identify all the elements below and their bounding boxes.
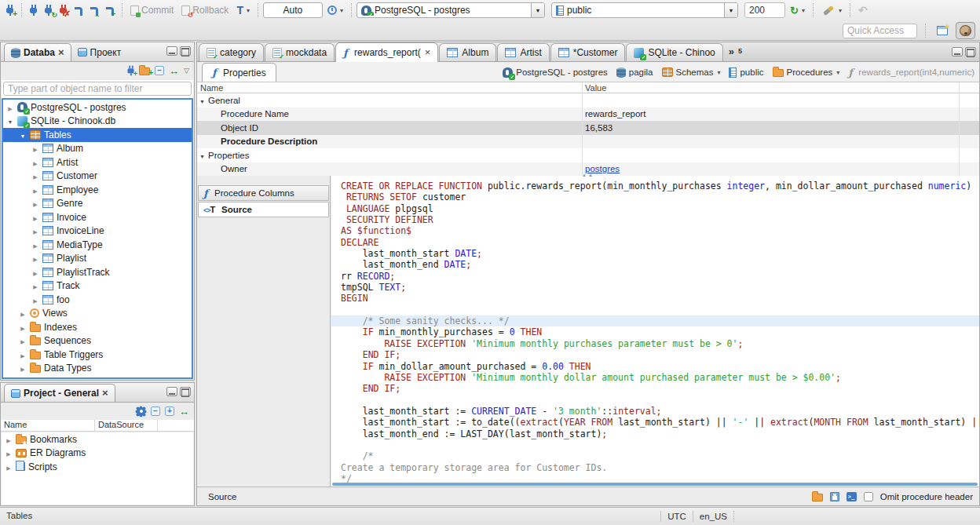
editor-tab-overflow[interactable]: »5 — [724, 43, 747, 61]
tree-item-sequences[interactable]: Sequences — [3, 334, 192, 348]
disconnect-button[interactable]: ✗ — [57, 2, 70, 19]
view-menu-icon[interactable]: ▽ — [184, 67, 189, 75]
active-schema-combo[interactable]: public ▼ — [551, 2, 738, 18]
collapse-arrow-icon[interactable] — [199, 151, 205, 160]
tree-item-invoice[interactable]: Invoice — [3, 210, 192, 224]
expand-arrow-icon[interactable] — [19, 335, 27, 346]
status-timezone[interactable]: UTC — [667, 512, 686, 521]
expand-arrow-icon[interactable] — [5, 434, 13, 445]
expand-arrow-icon[interactable] — [19, 349, 27, 360]
expand-arrow-icon[interactable] — [19, 322, 27, 333]
project-tree[interactable]: BookmarksER DiagramsScripts — [2, 432, 193, 505]
tree-item-invoiceline[interactable]: InvoiceLine — [3, 224, 192, 239]
tree-item-postgresql-postgres[interactable]: PostgreSQL - postgres — [3, 100, 192, 115]
navigator-tree[interactable]: PostgreSQL - postgresSQLite - Chinook.db… — [2, 98, 193, 379]
maximize-icon[interactable] — [180, 46, 191, 56]
tab-project-general[interactable]: Project - General — [4, 384, 115, 402]
active-connection-combo[interactable]: PostgreSQL - postgres ▼ — [357, 2, 545, 18]
tree-item-sqlite-chinook-db[interactable]: SQLite - Chinook.db — [3, 115, 192, 129]
breadcrumb-item-pagila[interactable]: pagila — [616, 67, 653, 78]
tree-item-mediatype[interactable]: MediaType — [3, 238, 192, 252]
breadcrumb-item-postgresql-postgres[interactable]: PostgreSQL - postgres — [503, 67, 608, 78]
tab-database-navigator[interactable]: Databa — [4, 43, 71, 61]
tab-properties[interactable]: Properties — [202, 63, 276, 82]
minimize-icon[interactable] — [166, 46, 177, 56]
sql-editor-button[interactable] — [71, 2, 86, 19]
tree-item-tables[interactable]: Tables — [3, 128, 192, 142]
expand-all-icon[interactable]: + — [165, 407, 174, 416]
expand-arrow-icon[interactable] — [31, 225, 39, 236]
fetch-size-input[interactable] — [744, 2, 785, 18]
nav-new-connection-icon[interactable]: + — [128, 66, 134, 76]
expand-arrow-icon[interactable] — [31, 157, 39, 168]
project-item-scripts[interactable]: Scripts — [2, 460, 193, 474]
expand-arrow-icon[interactable] — [31, 184, 39, 195]
expand-arrow-icon[interactable] — [31, 280, 39, 291]
tree-item-artist[interactable]: Artist — [3, 155, 192, 170]
link-with-editor-icon[interactable]: ↔ — [179, 406, 189, 417]
editor-tab-rewards-report[interactable]: rewards_report( — [335, 42, 438, 62]
commit-button[interactable]: Commit — [127, 2, 177, 19]
expand-arrow-icon[interactable] — [19, 129, 27, 140]
project-item-bookmarks[interactable]: Bookmarks — [2, 432, 193, 447]
breadcrumb-item-procedures[interactable]: Procedures — [773, 67, 840, 77]
tree-item-table-triggers[interactable]: Table Triggers — [3, 348, 192, 362]
editor-tab-category[interactable]: category — [199, 43, 264, 61]
minimize-icon[interactable] — [166, 387, 177, 396]
editor-tab-mockdata[interactable]: mockdata — [265, 43, 335, 61]
source-code-editor[interactable]: CREATE OR REPLACE FUNCTION public.reward… — [331, 176, 979, 487]
expand-arrow-icon[interactable] — [31, 170, 39, 181]
sash-handle[interactable]: ▲▲ — [576, 173, 600, 177]
tree-item-employee[interactable]: Employee — [3, 183, 192, 197]
editor-tab-sqlite-chinoo[interactable]: SQLite - Chinoo — [626, 43, 722, 61]
breadcrumb-item-public[interactable]: public — [729, 67, 763, 78]
nav-new-folder-icon[interactable]: + — [139, 67, 150, 75]
new-connection-button[interactable]: + — [3, 2, 16, 19]
editor-tab-artist[interactable]: Artist — [497, 43, 549, 61]
link-with-editor-icon[interactable]: ↔ — [169, 65, 179, 77]
tree-item-foo[interactable]: foo — [3, 293, 192, 307]
tree-item-customer[interactable]: Customer — [3, 170, 192, 184]
grid-column-name[interactable]: Name — [200, 83, 223, 93]
grid-row-object-id[interactable]: Object ID16,583 — [197, 121, 979, 135]
subtab-source[interactable]: Source — [198, 202, 329, 217]
grid-row-procedure-description[interactable]: Procedure Description — [197, 135, 979, 149]
expand-arrow-icon[interactable] — [31, 143, 39, 154]
undo-button[interactable]: ↶ — [855, 2, 871, 19]
connect-button[interactable] — [27, 2, 40, 19]
maximize-icon[interactable] — [965, 47, 976, 57]
close-icon[interactable] — [102, 388, 108, 399]
horizontal-scrollbar[interactable] — [332, 483, 978, 486]
close-icon[interactable] — [425, 47, 431, 58]
grid-row-properties[interactable]: Properties — [197, 148, 979, 162]
close-icon[interactable] — [58, 47, 64, 58]
tree-item-data-types[interactable]: Data Types — [3, 362, 192, 376]
collapse-all-icon[interactable]: − — [151, 407, 160, 416]
column-header-datasource[interactable]: DataSource — [95, 420, 158, 431]
expand-arrow-icon[interactable] — [31, 198, 39, 209]
expand-arrow-icon[interactable] — [19, 308, 27, 319]
expand-arrow-icon[interactable] — [5, 461, 13, 472]
open-console-icon[interactable] — [847, 492, 857, 501]
tree-item-views[interactable]: Views — [3, 307, 192, 321]
tree-item-genre[interactable]: Genre — [3, 197, 192, 211]
tree-item-playlist[interactable]: Playlist — [3, 252, 192, 266]
sql-console-button[interactable]: → — [87, 2, 101, 19]
omit-header-checkbox[interactable] — [864, 492, 873, 501]
subtab-procedure-columns[interactable]: Procedure Columns — [198, 185, 329, 201]
expand-arrow-icon[interactable] — [6, 115, 14, 126]
sync-button[interactable]: ↻ — [787, 2, 808, 19]
project-item-er-diagrams[interactable]: ER Diagrams — [2, 447, 193, 461]
tree-item-track[interactable]: Track — [3, 279, 192, 293]
expand-arrow-icon[interactable] — [31, 239, 39, 250]
tree-item-indexes[interactable]: Indexes — [3, 320, 192, 334]
load-from-file-icon[interactable] — [812, 494, 823, 501]
expand-arrow-icon[interactable] — [6, 102, 14, 113]
minimize-icon[interactable] — [952, 47, 963, 57]
active-connection-dropdown[interactable]: ▼ — [531, 3, 544, 17]
history-button[interactable] — [324, 2, 346, 19]
format-button[interactable] — [818, 2, 845, 19]
dbeaver-perspective-button[interactable] — [956, 22, 975, 39]
expand-arrow-icon[interactable] — [5, 447, 13, 458]
transaction-auto-combo[interactable]: Auto — [263, 2, 323, 18]
